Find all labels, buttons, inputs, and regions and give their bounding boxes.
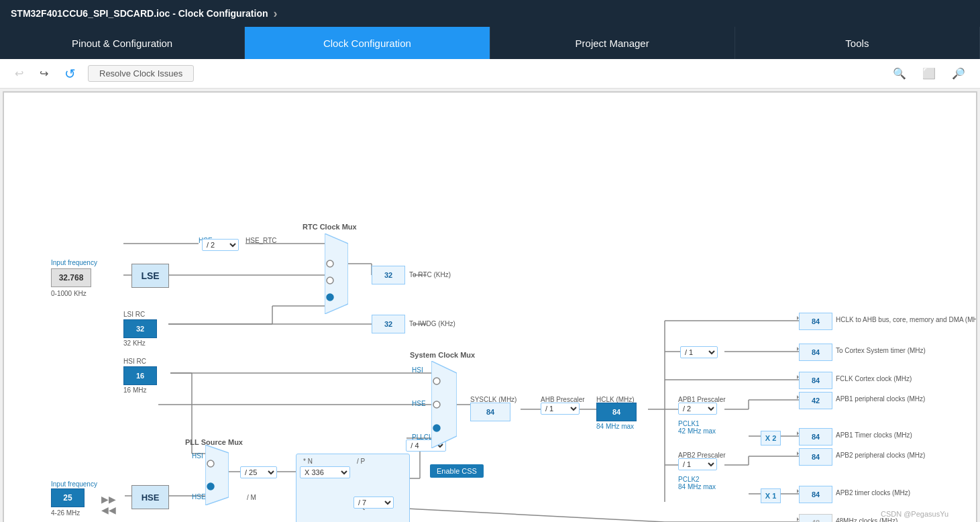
system-clock-mux-label: System Clock Mux [410,351,475,359]
svg-point-66 [207,460,214,467]
hclk-value[interactable]: 84 [596,403,637,421]
ahb-select[interactable]: / 1 [541,403,580,415]
to-iwdg-label: To IWDG (KHz) [409,320,455,327]
lse-block: LSE [131,264,169,288]
input-freq-bottom-value[interactable]: 25 [51,488,85,507]
cortex-timer-div-select[interactable]: / 1 [680,346,718,358]
hsi-value[interactable]: 16 [123,366,157,385]
mhz48-value: 48 [799,514,832,522]
svg-point-64 [327,294,333,301]
hclk-max: 84 MHz max [596,423,634,430]
zoom-in-button[interactable]: 🔍 [889,64,910,83]
mul-n-select[interactable]: X 336 [300,466,350,478]
hclk-ahb-label: HCLK to AHB bus, core, memory and DMA (M… [836,316,977,323]
window-title: STM32F401CCU6_SPI_SDCARD.ioc - Clock Con… [11,8,268,19]
hsi-unit: 16 MHz [123,386,146,394]
zoom-out-button[interactable]: 🔎 [948,64,969,83]
canvas-area: Input frequency 32.768 0-1000 KHz LSE LS… [3,91,977,522]
div-m-label: / M [247,494,256,501]
apb1-timer-mul: X 2 [761,431,781,446]
fit-button[interactable]: ⬜ [918,64,940,83]
lsi-label: LSI RC [123,311,145,318]
apb1-select[interactable]: / 2 [678,403,717,415]
to-rtc-value[interactable]: 32 [372,266,405,284]
input-freq-top-value[interactable]: 32.768 [51,268,91,287]
redo-button[interactable]: ↪ [36,64,52,83]
sys-hsi-label: HSI [412,366,423,374]
tab-clock[interactable]: Clock Configuration [245,27,490,59]
fclk-value: 84 [799,372,832,389]
cortex-timer-label: To Cortex System timer (MHz) [836,347,926,354]
toolbar: ↩ ↪ ↺ Resolve Clock Issues 🔍 ⬜ 🔎 [0,59,980,89]
sysclk-value[interactable]: 84 [470,403,510,421]
apb2-timer-value: 84 [799,486,832,503]
pll-source-mux-shape [205,445,229,505]
apb2-periph-value: 84 [799,448,832,466]
div-m-select[interactable]: / 25 [240,466,277,478]
div-p-label: / P [357,458,365,465]
to-rtc-label: To RTC (KHz) [409,271,451,278]
apb2-select[interactable]: / 1 [678,458,717,470]
svg-line-46 [406,509,665,522]
pclk1-max: 42 MHz max [678,427,716,435]
lsi-value[interactable]: 32 [123,319,157,338]
svg-point-69 [433,378,440,384]
apb2-timer-label: APB2 timer clocks (MHz) [836,489,910,497]
refresh-button[interactable]: ↺ [60,63,80,85]
hse-bottom-block: HSE [131,485,169,509]
apb2-periph-label: APB2 peripheral clocks (MHz) [836,452,925,459]
main-pll-box: * N X 336 / P / 4 / Q / 7 Main PLL [296,454,410,522]
hsi-label: HSI RC [123,358,146,365]
mhz48-label: 48MHz clocks (MHz) [836,517,897,522]
pclk2-label: PCLK2 [678,476,700,483]
sys-mux-shape [431,361,457,448]
watermark: CSDN @PegasusYu [881,510,948,518]
nav-tabs: Pinout & Configuration Clock Configurati… [0,27,980,59]
apb1-timer-value: 84 [799,428,832,446]
pclk2-max: 84 MHz max [678,483,716,490]
apb1-periph-value: 42 [799,392,832,409]
sys-hse-label: HSE [412,400,426,407]
cortex-timer-value: 84 [799,344,832,361]
svg-point-62 [327,260,333,267]
pll-hse-label: HSE [192,493,206,501]
svg-point-63 [327,277,333,284]
hse-arrows: ▶▶ [101,494,116,505]
tab-pinout[interactable]: Pinout & Configuration [0,27,245,59]
breadcrumb-chevron: › [274,7,278,21]
enable-css-button[interactable]: Enable CSS [430,464,484,478]
hse-div2-select[interactable]: / 2 [202,239,239,251]
svg-marker-65 [205,445,229,505]
lsi-unit: 32 KHz [123,340,146,347]
input-freq-top-range: 0-1000 KHz [51,290,87,297]
rtc-mux-label: RTC Clock Mux [303,223,357,231]
tab-project[interactable]: Project Manager [490,27,735,59]
pclk1-label: PCLK1 [678,420,700,427]
input-freq-bottom-label: Input frequency [51,480,97,488]
undo-button[interactable]: ↩ [11,64,28,83]
resolve-clock-button[interactable]: Resolve Clock Issues [88,65,194,82]
div-q-select[interactable]: / 7 [353,497,394,509]
mul-n-label: * N [303,458,313,465]
input-freq-bottom-range: 4-26 MHz [51,509,80,517]
tab-tools[interactable]: Tools [735,27,980,59]
svg-marker-61 [325,233,348,314]
hse-arrows2: ◀◀ [101,505,116,515]
apb1-periph-label: APB1 peripheral clocks (MHz) [836,395,925,403]
hse-rtc-label: HSE_RTC [246,237,277,244]
rtc-mux-shape [325,233,348,314]
input-freq-top-label: Input frequency [51,259,97,266]
svg-point-70 [433,401,440,408]
hclk-ahb-value: 84 [799,313,832,330]
pll-hsi-label: HSI [192,452,203,460]
to-iwdg-value[interactable]: 32 [372,315,405,333]
title-bar: STM32F401CCU6_SPI_SDCARD.ioc - Clock Con… [0,0,980,27]
svg-point-67 [207,483,214,490]
fclk-label: FCLK Cortex clock (MHz) [836,375,912,382]
clock-diagram: Input frequency 32.768 0-1000 KHz LSE LS… [4,93,957,522]
apb2-timer-mul: X 1 [761,488,781,503]
apb1-timer-label: APB1 Timer clocks (MHz) [836,431,912,439]
svg-point-71 [433,425,440,431]
